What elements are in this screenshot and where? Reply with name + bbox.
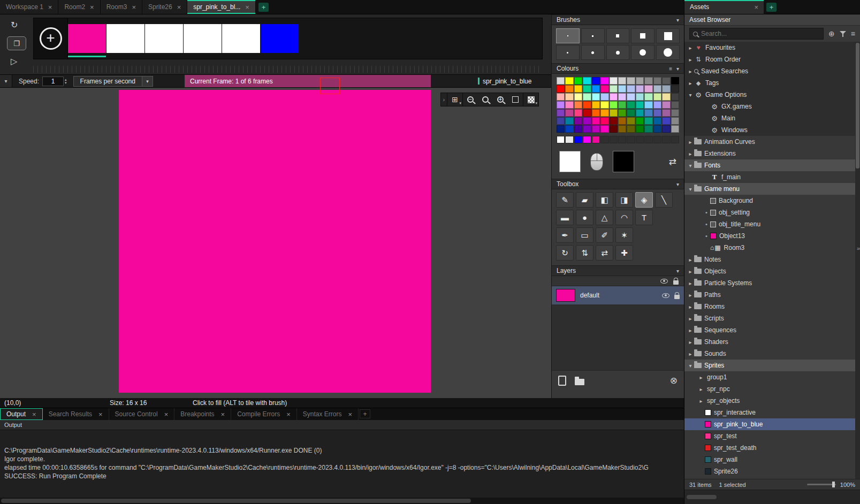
rotate-tool[interactable]: ↻ xyxy=(556,245,574,261)
palette-swatch[interactable] xyxy=(644,125,652,133)
chevron-down-icon[interactable]: ▾ xyxy=(676,17,679,23)
palette-swatch[interactable] xyxy=(653,101,661,109)
output-tab[interactable]: Compile Errors × xyxy=(231,408,297,420)
palette-swatch[interactable] xyxy=(610,85,618,93)
palette-swatch[interactable] xyxy=(565,125,573,133)
palette-swatch[interactable] xyxy=(557,93,565,101)
recent-swatch[interactable] xyxy=(618,136,626,143)
tree-chevron-icon[interactable] xyxy=(703,209,710,216)
palette-swatch[interactable] xyxy=(636,125,644,133)
tree-chevron-icon[interactable] xyxy=(697,375,705,380)
palette-swatch[interactable] xyxy=(671,77,679,85)
asset-tree-item[interactable]: Sprite26 xyxy=(684,465,860,477)
output-tab[interactable]: Output × xyxy=(0,408,43,420)
pencil-tool[interactable]: ✎ xyxy=(556,192,574,208)
palette-swatch[interactable] xyxy=(583,125,591,133)
palette-swatch[interactable] xyxy=(644,77,652,85)
asset-tree-item[interactable]: Shaders xyxy=(684,336,860,348)
palette-swatch[interactable] xyxy=(592,101,600,109)
browser-menu-icon[interactable]: ≡ xyxy=(851,30,855,37)
tree-chevron-icon[interactable] xyxy=(703,221,710,227)
brush-option[interactable] xyxy=(656,28,680,43)
close-tab-icon[interactable]: × xyxy=(245,4,249,11)
grid-options-caret-icon[interactable]: ▾ xyxy=(459,101,461,105)
recent-swatch[interactable] xyxy=(662,136,670,143)
palette-swatch[interactable] xyxy=(653,117,661,125)
palette-swatch[interactable] xyxy=(583,109,591,117)
tree-chevron-icon[interactable] xyxy=(687,280,694,286)
asset-tree-item[interactable]: GX.games xyxy=(684,101,860,112)
palette-swatch[interactable] xyxy=(565,85,573,93)
palette-swatch[interactable] xyxy=(618,77,626,85)
add-workspace-tab-button[interactable]: + xyxy=(258,3,269,12)
asset-tree-item[interactable]: spr_objects xyxy=(684,395,860,407)
play-animation-icon[interactable]: ▷ xyxy=(11,56,17,66)
asset-tree-item[interactable]: Game menu xyxy=(684,183,860,195)
palette-swatch[interactable] xyxy=(627,85,635,93)
chevron-down-icon[interactable]: ▾ xyxy=(676,268,679,274)
palette-swatch[interactable] xyxy=(583,85,591,93)
asset-tree-item[interactable]: Sequences xyxy=(684,324,860,336)
tree-chevron-icon[interactable] xyxy=(687,139,694,145)
palette-swatch[interactable] xyxy=(671,85,679,93)
palette-swatch[interactable] xyxy=(592,117,600,125)
output-horizontal-scrollbar[interactable] xyxy=(0,498,684,504)
palette-swatch[interactable] xyxy=(627,93,635,101)
palette-swatch[interactable] xyxy=(671,93,679,101)
recent-swatch[interactable] xyxy=(627,136,635,143)
asset-tree-item[interactable]: Background xyxy=(684,195,860,207)
palette-swatch[interactable] xyxy=(653,93,661,101)
tree-chevron-icon[interactable] xyxy=(687,351,694,357)
palette-swatch[interactable] xyxy=(627,101,635,109)
palette-swatch[interactable] xyxy=(644,101,652,109)
palette-swatch[interactable] xyxy=(636,93,644,101)
asset-tree-item[interactable]: spr_test_death xyxy=(684,442,860,454)
recent-swatch[interactable] xyxy=(644,136,652,143)
frame-thumbnail[interactable] xyxy=(145,24,183,53)
fit-to-window-button[interactable] xyxy=(508,93,523,106)
recent-swatch[interactable] xyxy=(565,136,573,143)
palette-swatch[interactable] xyxy=(636,117,644,125)
palette-swatch[interactable] xyxy=(627,117,635,125)
palette-swatch[interactable] xyxy=(671,125,679,133)
palette-swatch[interactable] xyxy=(627,109,635,117)
palette-swatch[interactable] xyxy=(565,77,573,85)
output-tab[interactable]: Source Control × xyxy=(109,408,175,420)
palette-swatch[interactable] xyxy=(610,117,618,125)
tree-chevron-icon[interactable] xyxy=(687,186,694,192)
polygon-tool[interactable]: △ xyxy=(596,210,613,225)
asset-tree-item[interactable]: Saved Searches xyxy=(684,65,860,77)
asset-tree-item[interactable]: Extensions xyxy=(684,148,860,159)
palette-swatch[interactable] xyxy=(671,101,679,109)
palette-swatch[interactable] xyxy=(565,93,573,101)
layers-section-header[interactable]: Layers ▾ xyxy=(552,265,684,276)
add-sidebar-tab-button[interactable]: + xyxy=(766,3,777,12)
new-layer-icon[interactable] xyxy=(558,376,566,386)
workspace-tab[interactable]: Sprite26 × xyxy=(142,0,187,14)
palette-swatch[interactable] xyxy=(600,101,608,109)
workspace-tab[interactable]: Room2 × xyxy=(58,0,100,14)
workspace-tab[interactable]: Room3 × xyxy=(101,0,142,14)
timeline-scrubber[interactable]: Current Frame: 1 of 6 frames xyxy=(185,75,431,87)
palette-swatch[interactable] xyxy=(618,125,626,133)
recent-swatch[interactable] xyxy=(671,136,679,143)
close-tab-icon[interactable]: × xyxy=(177,4,181,11)
close-tab-icon[interactable]: × xyxy=(98,411,103,418)
close-tab-icon[interactable]: × xyxy=(754,4,758,11)
palette-swatch[interactable] xyxy=(583,101,591,109)
palette-swatch[interactable] xyxy=(671,117,679,125)
playback-loop-icon[interactable]: ↻ xyxy=(11,20,18,30)
zoom-slider-knob[interactable] xyxy=(832,482,835,487)
palette-swatch[interactable] xyxy=(592,109,600,117)
frame-thumbnail[interactable] xyxy=(261,24,299,53)
palette-swatch[interactable] xyxy=(557,85,565,93)
palette-swatch[interactable] xyxy=(592,85,600,93)
workspace-tab[interactable]: Workspace 1 × xyxy=(0,0,58,14)
palette-swatch[interactable] xyxy=(618,101,626,109)
tree-chevron-icon[interactable] xyxy=(697,386,705,392)
background-options-caret-icon[interactable]: ▾ xyxy=(535,101,537,105)
palette-swatch[interactable] xyxy=(610,125,618,133)
palette-swatch[interactable] xyxy=(636,77,644,85)
tree-chevron-icon[interactable] xyxy=(687,363,694,369)
palette-swatch[interactable] xyxy=(583,93,591,101)
